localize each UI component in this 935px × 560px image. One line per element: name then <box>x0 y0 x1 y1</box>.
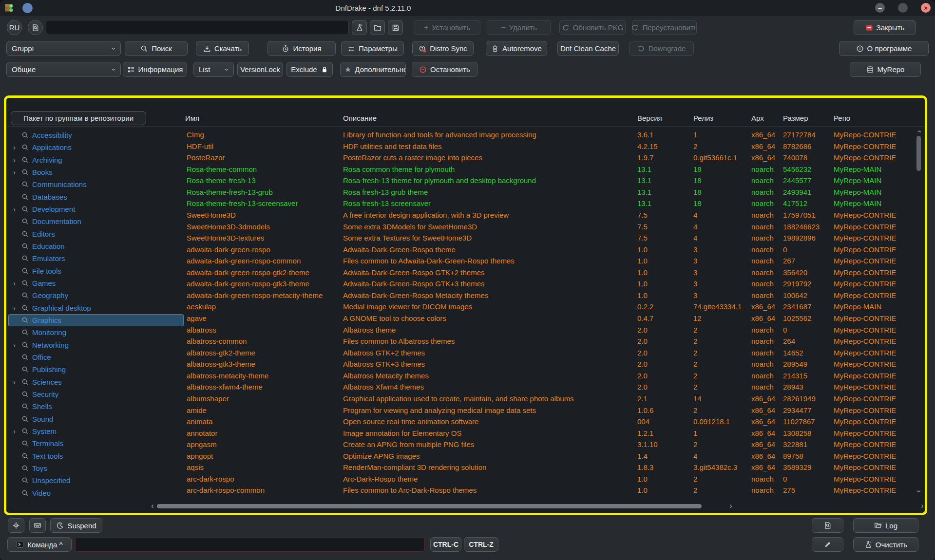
table-row[interactable]: adwaita-dark-green-rospo-common Files co… <box>6 255 925 267</box>
table-row[interactable]: SweetHome3D-textures Some extra Textures… <box>6 232 925 244</box>
clear-entry-button[interactable] <box>352 20 367 35</box>
download-button[interactable]: Скачать <box>196 41 249 56</box>
table-row[interactable]: agave A GNOME tool to choose colors 0.4.… <box>6 313 925 324</box>
clear-button[interactable]: Очистить <box>853 537 918 552</box>
keyboard-button[interactable] <box>29 518 46 533</box>
ctrl-z-button[interactable]: CTRL-Z <box>464 537 498 552</box>
table-row[interactable]: albatross-gtk3-theme Albatross GTK+3 the… <box>6 358 925 370</box>
table-row[interactable]: Rosa-theme-fresh-13 Rosa-fresh-13 theme … <box>6 175 925 187</box>
column-header-version[interactable]: Версия <box>637 112 662 124</box>
column-header-arch[interactable]: Арх <box>751 112 764 124</box>
cell-name: albatross-gtk2-theme <box>187 347 343 359</box>
parameters-button[interactable]: Параметры <box>341 41 404 56</box>
dnf-clean-cache-button[interactable]: Dnf Clean Cache <box>557 41 619 56</box>
ctrl-c-button[interactable]: CTRL-C <box>430 537 461 552</box>
open-file-button[interactable] <box>370 20 385 35</box>
cell-size: 0 <box>783 324 834 336</box>
myrepo-button[interactable]: MyRepo <box>850 62 921 77</box>
cell-size: 0 <box>783 244 834 256</box>
view-mode-select[interactable]: List › <box>193 62 234 77</box>
exclude-button[interactable]: Exclude <box>286 62 333 77</box>
table-row[interactable]: aqsis RenderMan-compliant 3D rendering s… <box>6 462 925 473</box>
column-header-size[interactable]: Размер <box>783 112 808 124</box>
scroll-down-icon[interactable]: › <box>915 487 923 495</box>
column-header-release[interactable]: Релиз <box>693 112 713 124</box>
vertical-scrollbar-thumb[interactable] <box>916 136 921 171</box>
table-row[interactable]: SweetHome3D A free interior design appli… <box>6 209 925 221</box>
table-row[interactable]: apngasm Create an APNG from multiple PNG… <box>6 439 925 450</box>
edit-button[interactable] <box>812 537 843 552</box>
search-button[interactable]: Поиск <box>125 41 188 56</box>
table-row[interactable]: albatross-gtk2-theme Albatross GTK+2 the… <box>6 347 925 359</box>
column-header-description[interactable]: Описание <box>343 112 377 124</box>
table-row[interactable]: adwaita-dark-green-rospo-metacity-theme … <box>6 290 925 301</box>
update-pkg-button[interactable]: Обновить PKG <box>559 20 626 35</box>
table-row[interactable]: annotator Image annotation for Elementar… <box>6 428 925 439</box>
distro-sync-button[interactable]: Distro Sync <box>412 41 474 56</box>
suspend-button[interactable]: Suspend <box>50 518 102 533</box>
table-row[interactable]: albatross Albatross theme 2.0 2 noarch 0… <box>6 324 925 336</box>
log-button[interactable]: Log <box>853 518 918 533</box>
file-search-button[interactable] <box>28 20 43 35</box>
filter-select[interactable]: Общие › <box>6 62 121 77</box>
table-row[interactable]: albatross-common Files common to Albatro… <box>6 336 925 347</box>
scroll-right-icon[interactable]: › <box>727 502 735 510</box>
remove-button[interactable]: − Удалить <box>487 20 551 35</box>
table-row[interactable]: arc-dark-rospo Arc-Dark-Rospo theme 1.0 … <box>6 473 925 485</box>
settings-button[interactable] <box>8 518 24 533</box>
group-column-header[interactable]: Пакет по группам в репозитории <box>11 111 146 125</box>
information-button[interactable]: Информация <box>123 62 187 77</box>
table-row[interactable]: albumshaper Graphical application used t… <box>6 393 925 405</box>
scroll-right-edge-icon[interactable]: › <box>918 502 925 510</box>
versionlock-button[interactable]: VersionLock <box>237 62 283 77</box>
about-button[interactable]: О программе <box>839 41 929 56</box>
table-row[interactable]: albatross-xfwm4-theme Albatross Xfwm4 th… <box>6 381 925 393</box>
cell-version: 1.8.3 <box>637 462 693 473</box>
chevron-down-icon: › <box>224 68 231 71</box>
search-icon <box>140 45 148 53</box>
table-row[interactable]: apngopt Optimize APNG images 1.4 4 x86_6… <box>6 450 925 462</box>
view-report-button[interactable] <box>812 518 843 533</box>
table-row[interactable]: adwaita-dark-green-rospo-gtk3-theme Adwa… <box>6 278 925 290</box>
table-row[interactable]: albatross-metacity-theme Albatross Metac… <box>6 370 925 382</box>
command-button[interactable]: Команда ^ <box>7 537 72 552</box>
autoremove-button[interactable]: Autoremove <box>486 41 547 56</box>
table-row[interactable]: animata Open source real-time animation … <box>6 416 925 428</box>
search-input[interactable] <box>46 20 349 35</box>
close-window-red-icon <box>865 24 873 32</box>
table-row[interactable]: arc-dark-rospo-common Files common to Ar… <box>6 485 925 496</box>
minimize-button[interactable]: – <box>875 3 885 13</box>
table-row[interactable]: CImg Library of function and tools for a… <box>6 129 925 141</box>
command-input[interactable] <box>75 537 424 552</box>
table-row[interactable]: Rosa-theme-common Rosa common theme for … <box>6 164 925 175</box>
stop-button[interactable]: Остановить <box>412 62 477 77</box>
install-button[interactable]: + Установить <box>414 20 480 35</box>
scroll-left-icon[interactable]: ‹ <box>149 502 156 510</box>
history-button[interactable]: История <box>267 41 336 56</box>
table-row[interactable]: amide Program for viewing and analyzing … <box>6 405 925 416</box>
scroll-up-icon[interactable]: › <box>915 128 923 135</box>
additional-button[interactable]: ★ Дополнительно <box>340 62 406 77</box>
table-row[interactable]: PosteRazor PosteRazor cuts a raster imag… <box>6 152 925 164</box>
cell-size: 322881 <box>783 439 834 450</box>
cell-description: Library of function and tools for advanc… <box>343 129 637 141</box>
close-window-button[interactable]: × <box>921 3 931 13</box>
table-row[interactable]: adwaita-dark-green-rospo-gtk2-theme Adwa… <box>6 267 925 279</box>
horizontal-scrollbar-thumb[interactable] <box>157 504 702 508</box>
table-row[interactable]: adwaita-dark-green-rospo Adwaita-Dark-Gr… <box>6 244 925 256</box>
table-row[interactable]: HDF-util HDF utilities and test data fil… <box>6 141 925 152</box>
groups-select[interactable]: Gruppi › <box>6 41 121 56</box>
language-button[interactable]: RU <box>7 20 22 35</box>
table-row[interactable]: aeskulap Medial image viewer for DICOM i… <box>6 301 925 313</box>
column-header-name[interactable]: Имя <box>185 112 199 124</box>
cell-description: Files common to Adwaita-Dark-Green-Rospo… <box>343 255 637 267</box>
table-row[interactable]: Rosa-theme-fresh-13-screensaver Rosa fre… <box>6 198 925 209</box>
reinstall-button[interactable]: Переустановить <box>632 20 697 35</box>
column-header-repo[interactable]: Репо <box>834 112 850 124</box>
maximize-button[interactable] <box>898 3 908 13</box>
save-list-button[interactable] <box>388 20 403 35</box>
table-row[interactable]: Rosa-theme-fresh-13-grub Rosa fresh-13 g… <box>6 187 925 198</box>
close-app-button[interactable]: Закрыть <box>854 20 916 35</box>
downgrade-button[interactable]: Downgrade <box>629 41 694 56</box>
table-row[interactable]: SweetHome3D-3dmodels Some extra 3DModels… <box>6 221 925 233</box>
